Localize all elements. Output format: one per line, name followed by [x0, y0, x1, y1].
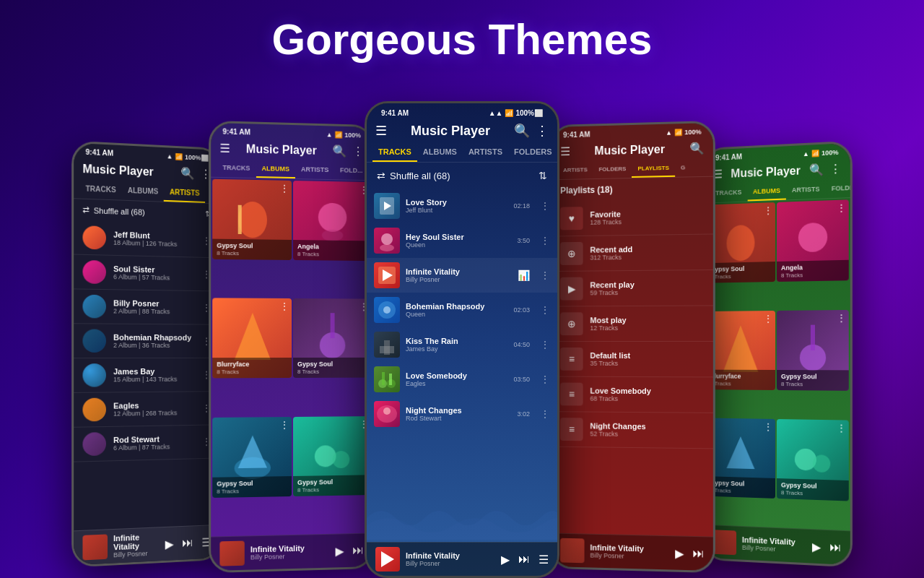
search-icon-3[interactable]: 🔍: [514, 123, 530, 139]
track-menu[interactable]: ⋮: [540, 339, 550, 350]
playlist-item[interactable]: ♥ Favorite 128 Tracks: [552, 199, 712, 236]
tab-tracks-1[interactable]: TRACKS: [79, 180, 121, 200]
tab-albums-2[interactable]: ALBUMS: [256, 160, 295, 178]
phone-3-status-bar: 9:41 AM ▲▲ 📶 100%⬜: [367, 103, 557, 118]
track-menu[interactable]: ⋮: [540, 235, 550, 246]
artist-item[interactable]: Bohemian Rhapsody 2 Album | 36 Tracks ⋮: [74, 324, 219, 358]
svg-rect-1: [237, 205, 241, 234]
album-cell[interactable]: Gypsy Soul 8 Tracks ⋮: [293, 416, 371, 496]
tab-tracks-5[interactable]: TRACKS: [710, 184, 747, 203]
tab-albums-5[interactable]: ALBUMS: [747, 182, 786, 201]
album-more-icon[interactable]: ⋮: [280, 420, 289, 430]
track-item[interactable]: Love Somebody Eagles 03:50 ⋮: [367, 362, 557, 397]
hamburger-icon-2[interactable]: ☰: [219, 142, 230, 155]
play-button-2[interactable]: ▶: [336, 544, 344, 558]
tab-g-4[interactable]: G: [675, 160, 691, 177]
album-cell-5[interactable]: Gypsy Soul 8 Tracks ⋮: [706, 202, 775, 283]
tab-artists-4[interactable]: ARTISTS: [557, 162, 593, 179]
tab-artists-5[interactable]: ARTISTS: [786, 181, 826, 199]
track-item[interactable]: Hey Soul Sister Queen 3:50 ⋮: [367, 223, 557, 258]
track-item[interactable]: Love Story Jeff Blunt 02:18 ⋮: [367, 189, 557, 223]
track-menu[interactable]: ⋮: [540, 408, 550, 420]
tab-albums-1[interactable]: ALBUMS: [122, 181, 164, 201]
artist-item[interactable]: Billy Posner 2 Album | 88 Tracks ⋮: [74, 289, 219, 324]
album-cell-5e[interactable]: Gypsy Soul 8 Tracks ⋮: [706, 418, 775, 499]
playlist-count: 12 Tracks: [590, 324, 704, 332]
artist-item[interactable]: Rod Stewart 6 Album | 87 Tracks ⋮: [74, 425, 219, 462]
playlist-item[interactable]: ≡ Love Somebody 68 Tracks: [552, 377, 712, 413]
artist-item[interactable]: Soul Sister 6 Album | 57 Tracks ⋮: [74, 255, 219, 292]
tab-fold-2[interactable]: FOLD...: [334, 162, 368, 180]
playlist-item[interactable]: ⊕ Most play 12 Tracks: [552, 306, 712, 342]
track-menu[interactable]: ⋮: [540, 304, 550, 316]
album-more-icon-5d[interactable]: ⋮: [837, 313, 845, 323]
artist-item[interactable]: Jeff Blunt 18 Album | 126 Tracks ⋮: [74, 220, 219, 259]
playlist-item[interactable]: ≡ Night Changes 52 Tracks: [552, 412, 712, 449]
hamburger-icon-3[interactable]: ☰: [375, 123, 387, 139]
sort-icon-3[interactable]: ⇅: [539, 170, 547, 181]
next-button-2[interactable]: ⏭: [352, 543, 364, 557]
track-menu[interactable]: ⋮: [540, 374, 550, 385]
menu-icon-2[interactable]: ⋮: [352, 144, 364, 158]
search-icon-5[interactable]: 🔍: [809, 163, 824, 177]
album-sub-5b: 8 Tracks: [781, 272, 803, 279]
track-item-playing[interactable]: Infinite Vitality Billy Posner 📊 ⋮: [367, 258, 557, 293]
play-button-3[interactable]: ▶: [501, 553, 510, 566]
album-cell-5d[interactable]: Gypsy Soul 8 Tracks ⋮: [777, 310, 849, 391]
play-button-1[interactable]: ▶: [165, 537, 174, 551]
search-icon-4[interactable]: 🔍: [689, 142, 704, 156]
next-button-3[interactable]: ⏭: [518, 553, 530, 566]
tab-folders-4[interactable]: FOLDERS: [593, 161, 632, 178]
track-menu-playing[interactable]: ⋮: [540, 269, 550, 281]
album-cell[interactable]: Gypsy Soul 8 Tracks ⋮: [293, 298, 371, 378]
tab-albums-3[interactable]: ALBUMS: [417, 143, 463, 162]
next-button-5[interactable]: ⏭: [829, 540, 841, 555]
artist-item[interactable]: Eagles 12 Album | 268 Tracks ⋮: [74, 392, 219, 428]
phone-5: 9:41 AM ▲ 📶 100% ☰ Music Player 🔍 ⋮: [702, 141, 853, 568]
tab-tracks-2[interactable]: TRACKS: [217, 160, 256, 178]
track-item[interactable]: Night Changes Rod Stewart 3:02 ⋮: [367, 397, 557, 431]
tab-folders-3[interactable]: FOLDERS: [508, 143, 557, 162]
album-more-icon-5b[interactable]: ⋮: [837, 203, 845, 214]
tab-playlists-4[interactable]: PLAYLISTS: [632, 160, 674, 178]
track-menu[interactable]: ⋮: [540, 200, 550, 212]
album-more-icon-5e[interactable]: ⋮: [764, 422, 772, 432]
playlist-item[interactable]: ⊕ Recent add 312 Tracks: [552, 234, 712, 272]
shuffle-icon-1[interactable]: ⇄: [82, 205, 89, 215]
album-cell[interactable]: Angela 8 Tracks ⋮: [293, 181, 371, 261]
album-cell-label: Angela 8 Tracks: [293, 240, 371, 261]
play-button-5[interactable]: ▶: [812, 540, 821, 554]
play-button-4[interactable]: ▶: [675, 546, 684, 560]
search-icon-2[interactable]: 🔍: [333, 144, 347, 158]
album-cell-5b[interactable]: Angela 8 Tracks ⋮: [777, 199, 849, 282]
hamburger-icon-4[interactable]: ☰: [560, 144, 570, 158]
album-more-icon[interactable]: ⋮: [280, 184, 289, 194]
album-cell-5f[interactable]: Gypsy Soul 8 Tracks ⋮: [777, 419, 849, 501]
track-artist: Queen: [406, 311, 507, 318]
tab-artists-2[interactable]: ARTISTS: [295, 161, 334, 179]
track-item[interactable]: Bohemian Rhapsody Queen 02:03 ⋮: [367, 293, 557, 327]
shuffle-icon-3[interactable]: ⇄: [377, 170, 385, 181]
album-cell-5c[interactable]: Blurryface 8 Tracks ⋮: [706, 311, 775, 390]
album-cell[interactable]: Gypsy Soul 8 Tracks ⋮: [212, 417, 292, 498]
queue-button-3[interactable]: ☰: [539, 553, 549, 566]
album-more-icon-5f[interactable]: ⋮: [837, 423, 845, 433]
tab-artists-1[interactable]: ARTISTS: [164, 184, 205, 203]
tab-tracks-3[interactable]: TRACKS: [372, 143, 417, 162]
track-item[interactable]: Kiss The Rain James Bay 04:50 ⋮: [367, 327, 557, 362]
menu-icon-3[interactable]: ⋮: [536, 123, 549, 139]
playlist-item[interactable]: ▶ Recent play 59 Tracks: [552, 270, 712, 307]
album-more-icon[interactable]: ⋮: [280, 301, 289, 311]
tab-folders-5[interactable]: FOLDERS: [826, 179, 850, 199]
menu-icon-5[interactable]: ⋮: [829, 162, 841, 176]
artist-item[interactable]: James Bay 15 Album | 143 Tracks ⋮: [74, 358, 219, 393]
album-more-icon-5[interactable]: ⋮: [764, 205, 772, 215]
album-cell[interactable]: Gypsy Soul 8 Tracks ⋮: [212, 179, 292, 260]
next-button-1[interactable]: ⏭: [182, 536, 193, 551]
next-button-4[interactable]: ⏭: [692, 547, 704, 561]
tab-artists-3[interactable]: ARTISTS: [463, 143, 508, 162]
search-icon[interactable]: 🔍: [180, 166, 194, 181]
album-more-icon-5c[interactable]: ⋮: [764, 314, 772, 324]
playlist-item[interactable]: ≡ Default list 35 Tracks: [552, 342, 712, 377]
album-cell[interactable]: Blurryface 8 Tracks ⋮: [212, 298, 292, 379]
